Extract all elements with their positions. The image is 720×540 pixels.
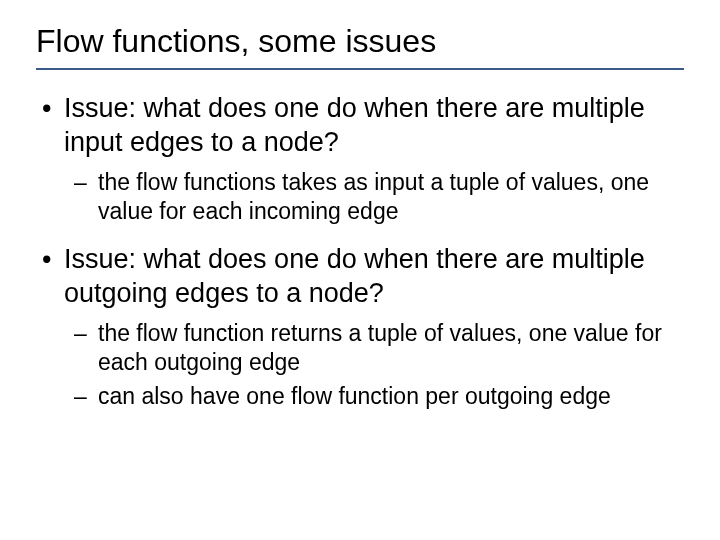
sub-bullet-text: the flow functions takes as input a tupl…	[98, 169, 649, 224]
sub-bullet-item: the flow functions takes as input a tupl…	[98, 168, 674, 226]
slide: Flow functions, some issues Issue: what …	[0, 0, 720, 540]
bullet-text: Issue: what does one do when there are m…	[64, 93, 645, 157]
sub-bullet-list: the flow function returns a tuple of val…	[64, 319, 674, 411]
title-underline	[36, 68, 684, 70]
bullet-item: Issue: what does one do when there are m…	[64, 243, 674, 411]
sub-bullet-text: can also have one flow function per outg…	[98, 383, 611, 409]
slide-title: Flow functions, some issues	[36, 22, 684, 60]
slide-body: Issue: what does one do when there are m…	[36, 92, 684, 411]
sub-bullet-list: the flow functions takes as input a tupl…	[64, 168, 674, 226]
bullet-text: Issue: what does one do when there are m…	[64, 244, 645, 308]
sub-bullet-item: can also have one flow function per outg…	[98, 382, 674, 411]
bullet-list: Issue: what does one do when there are m…	[36, 92, 684, 411]
bullet-item: Issue: what does one do when there are m…	[64, 92, 674, 225]
sub-bullet-text: the flow function returns a tuple of val…	[98, 320, 662, 375]
sub-bullet-item: the flow function returns a tuple of val…	[98, 319, 674, 377]
